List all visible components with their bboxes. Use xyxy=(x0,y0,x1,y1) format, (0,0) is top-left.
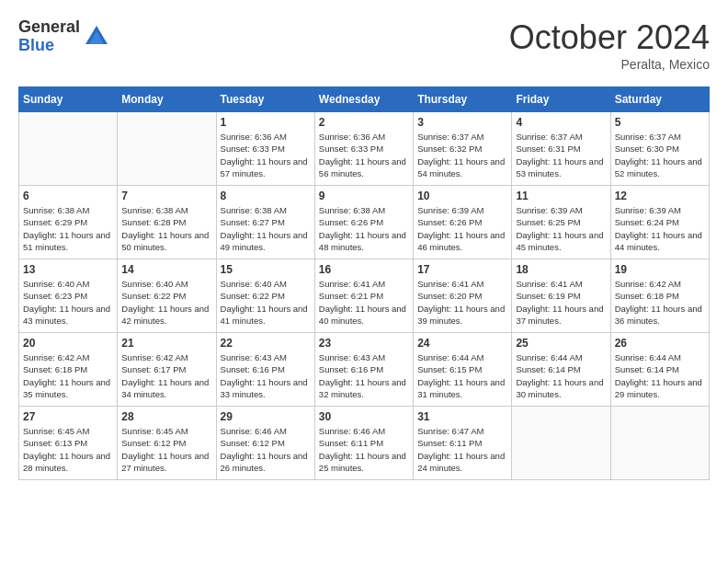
calendar-cell: 23Sunrise: 6:43 AM Sunset: 6:16 PM Dayli… xyxy=(314,333,413,407)
day-number: 31 xyxy=(417,410,507,423)
day-info: Sunrise: 6:42 AM Sunset: 6:17 PM Dayligh… xyxy=(121,351,211,400)
calendar-week-row: 6Sunrise: 6:38 AM Sunset: 6:29 PM Daylig… xyxy=(19,186,710,259)
calendar-cell: 1Sunrise: 6:36 AM Sunset: 6:33 PM Daylig… xyxy=(216,112,314,186)
day-number: 8 xyxy=(221,190,311,202)
day-number: 9 xyxy=(319,190,409,202)
calendar-cell xyxy=(19,112,118,186)
day-info: Sunrise: 6:39 AM Sunset: 6:24 PM Dayligh… xyxy=(615,204,705,253)
day-number: 14 xyxy=(121,263,211,276)
calendar-table: SundayMondayTuesdayWednesdayThursdayFrid… xyxy=(18,86,710,480)
day-number: 11 xyxy=(516,190,606,202)
logo: General Blue xyxy=(18,18,109,55)
calendar-cell: 3Sunrise: 6:37 AM Sunset: 6:32 PM Daylig… xyxy=(414,112,512,186)
day-number: 12 xyxy=(615,190,705,202)
day-info: Sunrise: 6:45 AM Sunset: 6:12 PM Dayligh… xyxy=(121,425,211,474)
day-info: Sunrise: 6:46 AM Sunset: 6:12 PM Dayligh… xyxy=(221,425,311,474)
calendar-cell: 26Sunrise: 6:44 AM Sunset: 6:14 PM Dayli… xyxy=(610,333,709,407)
day-info: Sunrise: 6:43 AM Sunset: 6:16 PM Dayligh… xyxy=(319,351,409,400)
day-info: Sunrise: 6:38 AM Sunset: 6:26 PM Dayligh… xyxy=(319,204,409,253)
calendar-cell xyxy=(118,112,216,186)
day-number: 23 xyxy=(319,337,409,350)
day-number: 6 xyxy=(23,190,113,202)
day-info: Sunrise: 6:43 AM Sunset: 6:16 PM Dayligh… xyxy=(221,351,311,400)
calendar-cell: 31Sunrise: 6:47 AM Sunset: 6:11 PM Dayli… xyxy=(414,407,512,480)
calendar-week-row: 27Sunrise: 6:45 AM Sunset: 6:13 PM Dayli… xyxy=(19,407,710,480)
calendar-header-monday: Monday xyxy=(118,87,216,112)
calendar-cell: 22Sunrise: 6:43 AM Sunset: 6:16 PM Dayli… xyxy=(216,333,314,407)
day-info: Sunrise: 6:44 AM Sunset: 6:15 PM Dayligh… xyxy=(417,351,507,400)
day-info: Sunrise: 6:38 AM Sunset: 6:29 PM Dayligh… xyxy=(23,204,113,253)
day-number: 7 xyxy=(121,190,211,202)
day-info: Sunrise: 6:41 AM Sunset: 6:20 PM Dayligh… xyxy=(417,278,507,327)
calendar-header-thursday: Thursday xyxy=(414,87,512,112)
calendar-header-tuesday: Tuesday xyxy=(216,87,314,112)
day-number: 3 xyxy=(417,116,507,129)
calendar-week-row: 1Sunrise: 6:36 AM Sunset: 6:33 PM Daylig… xyxy=(19,112,710,186)
calendar-cell: 10Sunrise: 6:39 AM Sunset: 6:26 PM Dayli… xyxy=(414,186,512,259)
calendar-cell: 17Sunrise: 6:41 AM Sunset: 6:20 PM Dayli… xyxy=(414,259,512,333)
day-number: 17 xyxy=(417,263,507,276)
day-info: Sunrise: 6:44 AM Sunset: 6:14 PM Dayligh… xyxy=(516,351,606,400)
day-info: Sunrise: 6:40 AM Sunset: 6:22 PM Dayligh… xyxy=(121,278,211,327)
day-number: 5 xyxy=(615,116,705,129)
day-info: Sunrise: 6:36 AM Sunset: 6:33 PM Dayligh… xyxy=(319,131,409,179)
page-header: General Blue October 2024 Peralta, Mexic… xyxy=(18,18,710,72)
title-section: October 2024 Peralta, Mexico xyxy=(509,18,710,72)
calendar-cell: 15Sunrise: 6:40 AM Sunset: 6:22 PM Dayli… xyxy=(216,259,314,333)
day-number: 30 xyxy=(319,410,409,423)
day-number: 4 xyxy=(516,116,606,129)
day-info: Sunrise: 6:40 AM Sunset: 6:22 PM Dayligh… xyxy=(221,278,311,327)
day-info: Sunrise: 6:46 AM Sunset: 6:11 PM Dayligh… xyxy=(319,425,409,474)
day-info: Sunrise: 6:41 AM Sunset: 6:21 PM Dayligh… xyxy=(319,278,409,327)
calendar-header-wednesday: Wednesday xyxy=(314,87,413,112)
calendar-cell: 5Sunrise: 6:37 AM Sunset: 6:30 PM Daylig… xyxy=(610,112,709,186)
day-number: 26 xyxy=(615,337,705,350)
day-number: 22 xyxy=(221,337,311,350)
day-info: Sunrise: 6:39 AM Sunset: 6:26 PM Dayligh… xyxy=(417,204,507,253)
calendar-cell: 6Sunrise: 6:38 AM Sunset: 6:29 PM Daylig… xyxy=(19,186,118,259)
day-info: Sunrise: 6:42 AM Sunset: 6:18 PM Dayligh… xyxy=(615,278,705,327)
day-number: 1 xyxy=(221,116,311,129)
day-number: 27 xyxy=(23,410,113,423)
day-number: 18 xyxy=(516,263,606,276)
calendar-week-row: 20Sunrise: 6:42 AM Sunset: 6:18 PM Dayli… xyxy=(19,333,710,407)
day-number: 2 xyxy=(319,116,409,129)
calendar-cell: 4Sunrise: 6:37 AM Sunset: 6:31 PM Daylig… xyxy=(512,112,610,186)
calendar-cell: 9Sunrise: 6:38 AM Sunset: 6:26 PM Daylig… xyxy=(314,186,413,259)
calendar-cell: 13Sunrise: 6:40 AM Sunset: 6:23 PM Dayli… xyxy=(19,259,118,333)
day-info: Sunrise: 6:39 AM Sunset: 6:25 PM Dayligh… xyxy=(516,204,606,253)
calendar-cell: 12Sunrise: 6:39 AM Sunset: 6:24 PM Dayli… xyxy=(610,186,709,259)
logo-blue-text: Blue xyxy=(18,37,80,55)
day-number: 28 xyxy=(121,410,211,423)
calendar-cell: 29Sunrise: 6:46 AM Sunset: 6:12 PM Dayli… xyxy=(216,407,314,480)
calendar-cell: 20Sunrise: 6:42 AM Sunset: 6:18 PM Dayli… xyxy=(19,333,118,407)
calendar-week-row: 13Sunrise: 6:40 AM Sunset: 6:23 PM Dayli… xyxy=(19,259,710,333)
day-number: 25 xyxy=(516,337,606,350)
day-number: 10 xyxy=(417,190,507,202)
day-number: 24 xyxy=(417,337,507,350)
logo-icon xyxy=(84,24,109,50)
calendar-cell: 21Sunrise: 6:42 AM Sunset: 6:17 PM Dayli… xyxy=(118,333,216,407)
logo-general-text: General xyxy=(18,18,80,37)
calendar-header-sunday: Sunday xyxy=(19,87,118,112)
calendar-cell: 19Sunrise: 6:42 AM Sunset: 6:18 PM Dayli… xyxy=(610,259,709,333)
calendar-header-row: SundayMondayTuesdayWednesdayThursdayFrid… xyxy=(19,87,710,112)
calendar-cell: 25Sunrise: 6:44 AM Sunset: 6:14 PM Dayli… xyxy=(512,333,610,407)
calendar-cell xyxy=(610,407,709,480)
calendar-cell: 7Sunrise: 6:38 AM Sunset: 6:28 PM Daylig… xyxy=(118,186,216,259)
calendar-header-saturday: Saturday xyxy=(610,87,709,112)
day-number: 13 xyxy=(23,263,113,276)
calendar-cell: 27Sunrise: 6:45 AM Sunset: 6:13 PM Dayli… xyxy=(19,407,118,480)
day-info: Sunrise: 6:36 AM Sunset: 6:33 PM Dayligh… xyxy=(221,131,311,179)
day-number: 16 xyxy=(319,263,409,276)
day-info: Sunrise: 6:44 AM Sunset: 6:14 PM Dayligh… xyxy=(615,351,705,400)
day-info: Sunrise: 6:47 AM Sunset: 6:11 PM Dayligh… xyxy=(417,425,507,474)
location: Peralta, Mexico xyxy=(509,57,710,72)
calendar-cell: 14Sunrise: 6:40 AM Sunset: 6:22 PM Dayli… xyxy=(118,259,216,333)
calendar-cell: 8Sunrise: 6:38 AM Sunset: 6:27 PM Daylig… xyxy=(216,186,314,259)
day-number: 20 xyxy=(23,337,113,350)
calendar-cell: 30Sunrise: 6:46 AM Sunset: 6:11 PM Dayli… xyxy=(314,407,413,480)
calendar-cell xyxy=(512,407,610,480)
day-info: Sunrise: 6:37 AM Sunset: 6:30 PM Dayligh… xyxy=(615,131,705,179)
month-title: October 2024 xyxy=(509,18,710,57)
